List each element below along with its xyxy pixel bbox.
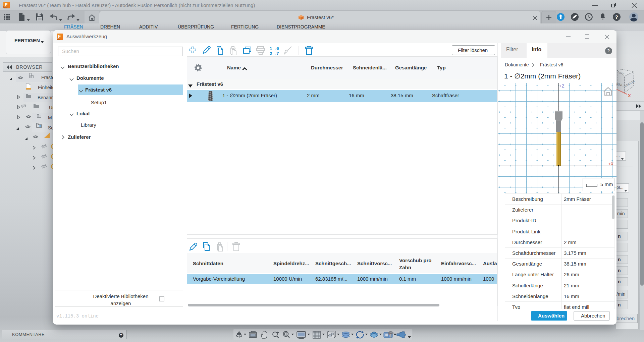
svg-text:2→7: 2→7 [270, 51, 279, 56]
svg-text:+Z: +Z [559, 84, 564, 89]
svg-text:X: X [628, 93, 631, 98]
svg-text:+X: +X [608, 162, 613, 166]
svg-text:1→6: 1→6 [270, 46, 279, 51]
